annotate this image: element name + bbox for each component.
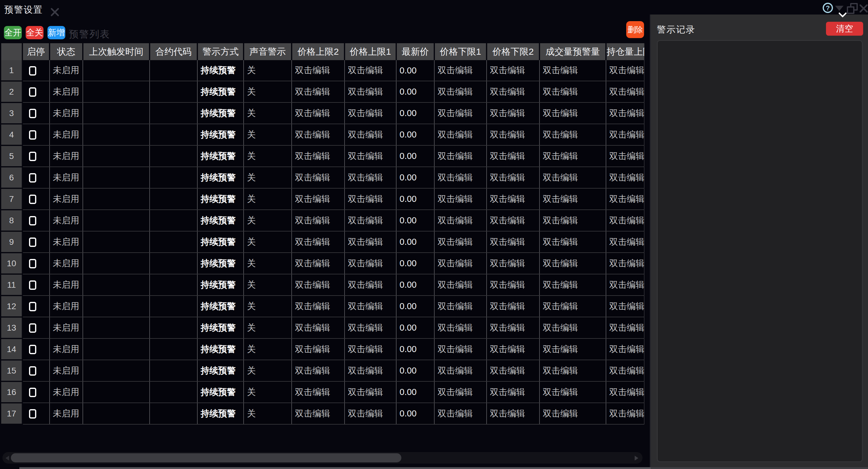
help-icon[interactable]: ? [823,3,833,13]
price-upper2-cell[interactable]: 双击编辑 [292,60,345,81]
sound-alert-cell[interactable]: 关 [244,60,292,81]
price-upper1-cell[interactable]: 双击编辑 [345,188,396,210]
price-upper2-cell[interactable]: 双击编辑 [292,188,345,210]
position-alert-cell[interactable]: 双击编辑 [606,274,644,295]
price-lower1-cell[interactable]: 双击编辑 [434,188,487,210]
price-lower2-cell[interactable]: 双击编辑 [487,295,539,317]
price-upper1-cell[interactable]: 双击编辑 [345,60,396,81]
column-header-8[interactable]: 价格上限1 [345,43,396,60]
contract-code-cell[interactable] [150,145,197,167]
enable-cell[interactable] [22,274,50,295]
price-lower2-cell[interactable]: 双击编辑 [487,188,539,210]
price-lower2-cell[interactable]: 双击编辑 [487,424,539,425]
close-window-icon[interactable] [859,4,868,13]
contract-code-cell[interactable] [150,295,197,317]
price-upper2-cell[interactable]: 双击编辑 [292,124,345,145]
price-lower2-cell[interactable]: 双击编辑 [487,210,539,231]
volume-alert-cell[interactable]: 双击编辑 [539,295,606,317]
column-header-10[interactable]: 价格下限1 [434,43,487,60]
contract-code-cell[interactable] [150,403,197,424]
column-header-13[interactable]: 持仓量上限 [606,43,644,60]
checkbox-unchecked[interactable] [29,238,36,247]
row-number[interactable]: 17 [1,403,22,424]
row-number[interactable]: 12 [1,295,22,317]
enable-cell[interactable] [22,339,50,360]
column-header-3[interactable]: 上次触发时间 [83,43,150,60]
enable-cell[interactable] [22,60,50,81]
price-lower2-cell[interactable]: 双击编辑 [487,381,539,403]
row-number[interactable]: 11 [1,274,22,295]
row-number[interactable]: 9 [1,231,22,253]
checkbox-unchecked[interactable] [29,409,36,418]
position-alert-cell[interactable]: 双击编辑 [606,145,644,167]
checkbox-unchecked[interactable] [29,195,36,204]
alert-mode-cell[interactable]: 持续预警 [197,60,244,81]
price-lower1-cell[interactable]: 双击编辑 [434,381,487,403]
checkbox-unchecked[interactable] [29,130,36,139]
row-number[interactable]: 4 [1,124,22,145]
delete-button[interactable]: 删除 [626,21,644,38]
position-alert-cell[interactable]: 双击编辑 [606,317,644,339]
sound-alert-cell[interactable]: 关 [244,339,292,360]
price-lower2-cell[interactable]: 双击编辑 [487,231,539,253]
price-lower1-cell[interactable]: 双击编辑 [434,231,487,253]
position-alert-cell[interactable]: 双击编辑 [606,231,644,253]
price-lower2-cell[interactable]: 双击编辑 [487,253,539,274]
price-upper2-cell[interactable]: 双击编辑 [292,145,345,167]
column-header-1[interactable]: 启停 [22,43,50,60]
alert-mode-cell[interactable]: 持续预警 [197,188,244,210]
price-upper2-cell[interactable]: 双击编辑 [292,360,345,381]
alert-mode-cell[interactable]: 持续预警 [197,424,244,425]
clear-button[interactable]: 清空 [826,22,863,36]
column-header-5[interactable]: 警示方式 [197,43,244,60]
row-number[interactable]: 2 [1,81,22,102]
price-upper1-cell[interactable]: 双击编辑 [345,295,396,317]
checkbox-unchecked[interactable] [29,345,36,354]
contract-code-cell[interactable] [150,81,197,102]
row-number[interactable]: 7 [1,188,22,210]
row-number[interactable]: 13 [1,317,22,339]
price-lower1-cell[interactable]: 双击编辑 [434,295,487,317]
enable-cell[interactable] [22,188,50,210]
column-header-9[interactable]: 最新价 [396,43,434,60]
price-lower1-cell[interactable]: 双击编辑 [434,60,487,81]
enable-cell[interactable] [22,210,50,231]
volume-alert-cell[interactable]: 双击编辑 [539,60,606,81]
price-upper2-cell[interactable]: 双击编辑 [292,424,345,425]
alert-mode-cell[interactable]: 持续预警 [197,295,244,317]
position-alert-cell[interactable]: 双击编辑 [606,210,644,231]
row-number[interactable]: 6 [1,167,22,188]
alert-mode-cell[interactable]: 持续预警 [197,231,244,253]
horizontal-scrollbar[interactable] [2,452,643,464]
volume-alert-cell[interactable]: 双击编辑 [539,102,606,124]
position-alert-cell[interactable]: 双击编辑 [606,60,644,81]
price-lower1-cell[interactable]: 双击编辑 [434,339,487,360]
row-number[interactable]: 14 [1,339,22,360]
price-lower1-cell[interactable]: 双击编辑 [434,210,487,231]
price-lower1-cell[interactable]: 双击编辑 [434,81,487,102]
contract-code-cell[interactable] [150,360,197,381]
sound-alert-cell[interactable]: 关 [244,274,292,295]
volume-alert-cell[interactable]: 双击编辑 [539,167,606,188]
column-header-12[interactable]: 成交量预警量 [539,43,606,60]
enable-cell[interactable] [22,81,50,102]
column-header-4[interactable]: 合约代码 [150,43,197,60]
all-off-button[interactable]: 全关 [26,26,43,39]
price-upper1-cell[interactable]: 双击编辑 [345,210,396,231]
price-lower1-cell[interactable]: 双击编辑 [434,253,487,274]
checkbox-unchecked[interactable] [29,173,36,183]
volume-alert-cell[interactable]: 双击编辑 [539,253,606,274]
price-upper1-cell[interactable]: 双击编辑 [345,102,396,124]
price-upper1-cell[interactable]: 双击编辑 [345,381,396,403]
price-lower1-cell[interactable]: 双击编辑 [434,403,487,424]
contract-code-cell[interactable] [150,102,197,124]
position-alert-cell[interactable]: 双击编辑 [606,81,644,102]
price-upper1-cell[interactable]: 双击编辑 [345,81,396,102]
price-upper2-cell[interactable]: 双击编辑 [292,274,345,295]
price-lower2-cell[interactable]: 双击编辑 [487,145,539,167]
price-upper1-cell[interactable]: 双击编辑 [345,167,396,188]
price-lower1-cell[interactable]: 双击编辑 [434,167,487,188]
volume-alert-cell[interactable]: 双击编辑 [539,317,606,339]
row-number[interactable]: 8 [1,210,22,231]
price-lower2-cell[interactable]: 双击编辑 [487,317,539,339]
